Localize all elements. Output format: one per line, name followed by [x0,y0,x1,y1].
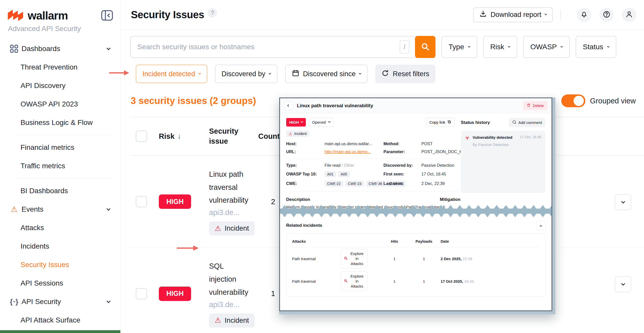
filter-discovered-by-button[interactable]: Discovered by [215,65,277,83]
torn-edge-zigzag [280,205,552,217]
toggle-knob [574,96,584,106]
sidebar-item-attacks[interactable]: Attacks [0,219,120,237]
search-input[interactable] [131,43,361,51]
select-all-checkbox[interactable] [136,131,147,142]
sidebar-item-api-discovery[interactable]: API Discovery [0,76,120,95]
host-label: Host: [286,142,325,146]
issue-host[interactable]: api3.de... [209,300,258,309]
issue-host[interactable]: api3.de... [209,208,258,217]
status-history-heading: Status history [461,120,490,125]
sidebar-item-events[interactable]: ⚠ Events [0,200,120,219]
column-attacks: Attacks [292,239,341,243]
row-checkbox[interactable] [136,196,147,207]
event-text: Vulnerability detected By Passive Detect… [473,135,517,148]
sidebar-item-dashboards[interactable]: Dashboards [0,40,120,58]
sidebar-item-label: Attacks [20,224,44,232]
sidebar-item-api-attack-surface[interactable]: API Attack Surface [0,311,120,329]
brand-name: wallarm [28,9,68,22]
collapse-section-button[interactable] [536,221,545,230]
column-header-risk[interactable]: Risk ↓ [153,132,201,141]
discovered-by-label: Discovered by: [383,163,421,168]
status-dropdown[interactable]: Opened [309,118,334,127]
chevron-down-icon [621,281,625,286]
help-circle-icon[interactable]: ? [208,8,217,17]
sidebar-item-api-security[interactable]: {} API Security [0,292,120,311]
time-text: 16:45 [464,279,474,283]
sort-descending-icon: ↓ [178,132,181,140]
collapse-sidebar-icon [101,18,113,22]
field-divider [286,159,471,159]
sidebar-item-owasp-api-2023[interactable]: OWASP API 2023 [0,95,120,113]
sidebar-divider [14,178,112,179]
delete-button[interactable]: Delete [523,101,547,110]
chevron-down-icon [328,120,330,123]
chevron-down-icon [508,45,511,47]
sidebar-item-api-sessions[interactable]: API Sessions [0,274,120,292]
sidebar-item-business-logic-flow[interactable]: Business Logic & Flow [0,113,120,132]
sidebar-item-incidents[interactable]: Incidents [0,237,120,256]
type-label: Type: [286,163,325,168]
sidebar-collapse-button[interactable] [101,10,113,22]
sidebar-item-label: Dashboards [22,45,60,53]
chevron-down-icon [359,72,361,74]
user-icon [625,11,633,19]
search-button[interactable] [415,36,435,58]
column-header-security-issue[interactable]: Security issue [201,126,249,146]
filter-owasp-button[interactable]: OWASP [523,36,570,58]
issue-name[interactable]: Linux path traversal vulnerability [209,168,249,207]
filter-incident-detected-button[interactable]: Incident detected [136,65,207,83]
filter-type-button[interactable]: Type [441,36,477,58]
sidebar-item-security-issues[interactable]: Security Issues [0,256,120,274]
filter-status-button[interactable]: Status [576,36,616,58]
cwe-label: CWE: [286,181,325,186]
back-button[interactable] [284,101,293,110]
filter-discovered-since-button[interactable]: Discovered since [285,65,368,83]
issue-cell: SQL injection vulnerability api3.de... ⚠… [201,260,258,327]
owasp-tag: A01 [325,171,336,177]
explore-in-attacks-button[interactable]: Explore in Attacks [341,271,367,291]
type-value: File read / Other [325,163,383,168]
cwe-tag: CWE-23 [345,181,364,187]
detail-header: Linux path traversal vulnerability Delet… [280,98,552,113]
sidebar-item-label: Traffic metrics [20,162,65,170]
notifications-button[interactable] [577,8,591,22]
attack-name: Path traversal [292,279,341,283]
sidebar-item-threat-prevention[interactable]: Threat Prevention [0,58,120,76]
chevron-up-icon [539,225,542,228]
add-comment-button[interactable]: Add comment [509,118,545,127]
chevron-down-icon [107,207,111,211]
issue-name[interactable]: SQL injection vulnerability [209,260,249,299]
type-main: File read [325,163,340,168]
chevron-down-icon [468,45,470,47]
filter-risk-button[interactable]: Risk [483,36,517,58]
risk-header-label: Risk [159,132,174,141]
sidebar-item-label: Business Logic & Flow [20,119,93,127]
sidebar-item-financial-metrics[interactable]: Financial metrics [0,138,120,157]
row-expand-button[interactable] [615,194,631,210]
incident-badge-label: Incident [294,132,307,136]
sidebar-item-traffic-metrics[interactable]: Traffic metrics [0,157,120,175]
help-button[interactable] [599,8,614,22]
copy-link-button[interactable]: Copy link [426,118,455,127]
add-comment-label: Add comment [518,120,542,125]
wallarm-logo-icon [8,9,24,22]
date-value: 2 Dec 2025, 22:39 [441,257,539,261]
payloads-value: 1 [407,279,441,283]
grouped-view-toggle[interactable] [561,94,585,107]
download-icon [479,10,487,19]
explore-in-attacks-button[interactable]: Explore in Attacks [341,249,367,269]
row-expand-button[interactable] [615,276,631,292]
row-checkbox[interactable] [136,288,147,299]
delete-label: Delete [533,103,544,108]
download-report-button[interactable]: Download report [473,7,553,22]
severity-dropdown[interactable]: HIGH [286,118,306,126]
sidebar-item-label: API Security [22,298,61,306]
url-link[interactable]: http://main-api.us.demo... [325,150,383,154]
brand-subtitle: Advanced API Security [8,25,120,33]
reset-filters-button[interactable]: Reset filters [375,65,435,83]
user-button[interactable] [622,8,636,22]
sidebar-item-bi-dashboards[interactable]: BI Dashboards [0,182,120,200]
reset-filters-label: Reset filters [393,70,429,78]
explore-target-icon [344,256,348,261]
risk-badge: HIGH [159,287,191,301]
